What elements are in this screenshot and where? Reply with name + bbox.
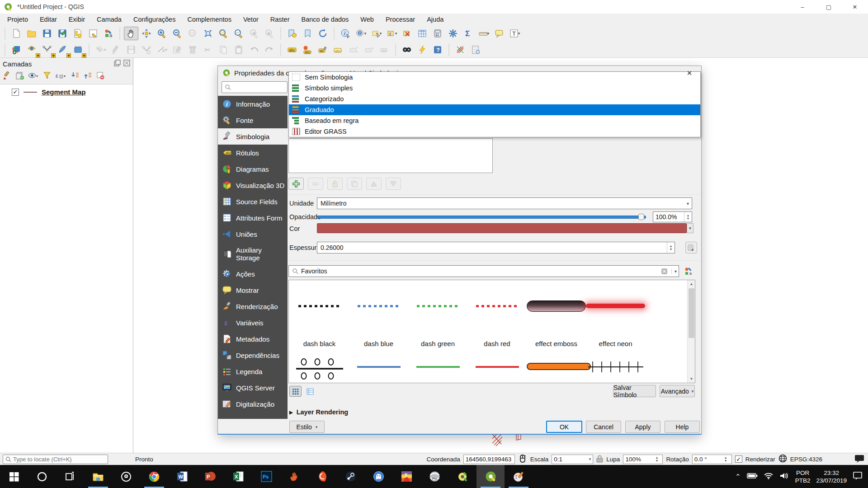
- sidebar-item-digitalizacao[interactable]: Digitalização: [218, 396, 288, 412]
- unit-combobox[interactable]: Milímetro▾: [317, 197, 692, 209]
- chrome-button[interactable]: [140, 465, 168, 488]
- sidebar-item-informacao[interactable]: iInformação: [218, 96, 288, 112]
- zoom-out-button[interactable]: [170, 27, 184, 40]
- style-button[interactable]: Estilo▾: [289, 421, 325, 433]
- save-symbol-button[interactable]: Salvar Símbolo: [613, 385, 656, 397]
- extent-icon[interactable]: [518, 454, 527, 465]
- cancel-button[interactable]: Cancel: [586, 421, 621, 433]
- field-calculator-button[interactable]: [430, 27, 445, 40]
- expression-filter-icon[interactable]: ε▾: [55, 71, 67, 81]
- steam-button[interactable]: [336, 465, 364, 488]
- dialog-search-box[interactable]: [222, 81, 288, 93]
- sidebar-item-renderizacao[interactable]: Renderização: [218, 298, 288, 314]
- renderer-option-rule-based[interactable]: Baseado em regra: [289, 115, 700, 126]
- python-console-button[interactable]: [415, 43, 429, 56]
- remove-layer-icon[interactable]: [96, 71, 105, 81]
- symbol-solid-blue[interactable]: [349, 366, 408, 368]
- locator-box[interactable]: [3, 455, 108, 464]
- clock[interactable]: 23:3223/07/2019: [816, 469, 847, 484]
- symbol-dash-black[interactable]: dash black: [290, 290, 349, 347]
- remove-symbol-layer-button[interactable]: [308, 178, 323, 190]
- add-group-icon[interactable]: [15, 71, 24, 81]
- magnifier-spinbox[interactable]: 100%▲▼: [623, 455, 663, 464]
- icon-view-button[interactable]: [289, 386, 302, 397]
- layer-visibility-checkbox[interactable]: ✓: [12, 89, 19, 96]
- excel-button[interactable]: X: [224, 465, 252, 488]
- map-tips-button[interactable]: [492, 27, 506, 40]
- menu-exibir[interactable]: Exibir: [69, 16, 85, 23]
- menu-raster[interactable]: Raster: [270, 16, 290, 23]
- help-button[interactable]: Help: [665, 421, 700, 433]
- redo-button[interactable]: [262, 43, 277, 56]
- renderer-option-graduated[interactable]: Graduado: [289, 104, 700, 115]
- renderer-option-categorized[interactable]: Categorizado: [289, 94, 700, 104]
- menu-configuracoes[interactable]: Configurações: [133, 16, 176, 23]
- spinner-arrows-icon[interactable]: ▲▼: [722, 455, 730, 464]
- measure-button[interactable]: ▾: [476, 27, 491, 40]
- symbol-dash-green[interactable]: dash green: [408, 290, 467, 347]
- menu-vetor[interactable]: Vetor: [243, 16, 259, 23]
- favorites-filter-box[interactable]: Favoritos ▾: [288, 265, 679, 277]
- minimize-button[interactable]: –: [789, 0, 816, 14]
- menu-banco-de-dados[interactable]: Banco de dados: [302, 16, 349, 23]
- rotation-spinbox[interactable]: 0.0 °▲▼: [692, 455, 732, 464]
- chevron-down-icon[interactable]: ▾: [671, 269, 677, 274]
- ok-button[interactable]: OK: [546, 421, 582, 433]
- thermal-app-button[interactable]: T: [392, 465, 420, 488]
- log-messages-icon[interactable]: [854, 455, 864, 464]
- menu-ajuda[interactable]: Ajuda: [427, 16, 443, 23]
- symbol-orange-capsule[interactable]: [527, 363, 586, 370]
- menu-editar[interactable]: Editar: [40, 16, 57, 23]
- expand-all-icon[interactable]: [71, 71, 80, 81]
- filter-legend-icon[interactable]: [42, 71, 52, 81]
- select-features-button[interactable]: ▾: [369, 27, 383, 40]
- highlight-pinned-labels-button[interactable]: abc: [331, 43, 345, 56]
- rotate-label-button[interactable]: [362, 43, 376, 56]
- renderer-option-single-symbol[interactable]: Símbolo simples: [289, 83, 700, 94]
- sidebar-item-rotulos[interactable]: abcRótulos: [218, 145, 288, 161]
- add-mesh-layer-button[interactable]: ✱: [71, 43, 85, 56]
- sidebar-item-simbologia[interactable]: Simbologia: [218, 128, 288, 145]
- close-button[interactable]: ✕: [842, 0, 868, 14]
- layer-labeling-button[interactable]: abc: [285, 43, 299, 56]
- add-shapefile-layer-button[interactable]: ✱: [40, 43, 54, 56]
- zoom-in-button[interactable]: [155, 27, 169, 40]
- cortana-button[interactable]: [28, 465, 56, 488]
- symbol-solid-red[interactable]: [467, 366, 527, 368]
- coordinate-input[interactable]: 164560,9199463: [463, 455, 515, 464]
- open-attribute-table-button[interactable]: [415, 27, 429, 40]
- new-bookmark-button[interactable]: [285, 27, 299, 40]
- scroll-down-icon[interactable]: ▼: [688, 375, 695, 383]
- wifi-icon[interactable]: [764, 472, 774, 481]
- layer-name[interactable]: Segment Map: [42, 88, 86, 96]
- photoshop-button[interactable]: Ps: [252, 465, 280, 488]
- layer-rendering-section[interactable]: ▶ Layer Rendering: [289, 408, 348, 416]
- paint-button[interactable]: [505, 465, 533, 488]
- run-feature-action-button[interactable]: ▾: [354, 27, 368, 40]
- identify-features-button[interactable]: i: [338, 27, 353, 40]
- new-project-button[interactable]: [9, 27, 24, 40]
- symbol-solid-green[interactable]: [408, 366, 467, 368]
- show-layout-manager-button[interactable]: [86, 27, 100, 40]
- style-manager-shortcut-button[interactable]: a: [683, 265, 694, 277]
- symbol-gallery[interactable]: dash black dash blue dash green dash red…: [288, 280, 695, 383]
- qgis-desktop-button[interactable]: [448, 465, 476, 488]
- action-center-icon[interactable]: [853, 471, 863, 482]
- color-swatch-button[interactable]: [317, 223, 687, 233]
- layer-diagram-button[interactable]: abc: [300, 43, 315, 56]
- deselect-features-button[interactable]: [400, 27, 414, 40]
- task-view-button[interactable]: [56, 465, 84, 488]
- sidebar-item-metadados[interactable]: Metadados: [218, 331, 288, 347]
- gallery-scrollbar[interactable]: ▲ ▼: [687, 280, 695, 383]
- renderer-option-no-symbology[interactable]: Sem Símbologia: [289, 72, 700, 83]
- crs-text[interactable]: EPSG:4326: [790, 456, 822, 463]
- sidebar-item-fonte[interactable]: Fonte: [218, 112, 288, 128]
- apply-button[interactable]: Apply: [625, 421, 660, 433]
- show-bookmarks-button[interactable]: [300, 27, 315, 40]
- scrollbar-thumb[interactable]: [689, 288, 694, 338]
- add-vector-layer-button[interactable]: ✱: [24, 43, 39, 56]
- grass-mapset-button[interactable]: [468, 43, 483, 56]
- clear-icon[interactable]: [661, 268, 668, 275]
- vertex-tool-button[interactable]: ▾: [155, 43, 169, 56]
- save-layer-edits-button[interactable]: [124, 43, 138, 56]
